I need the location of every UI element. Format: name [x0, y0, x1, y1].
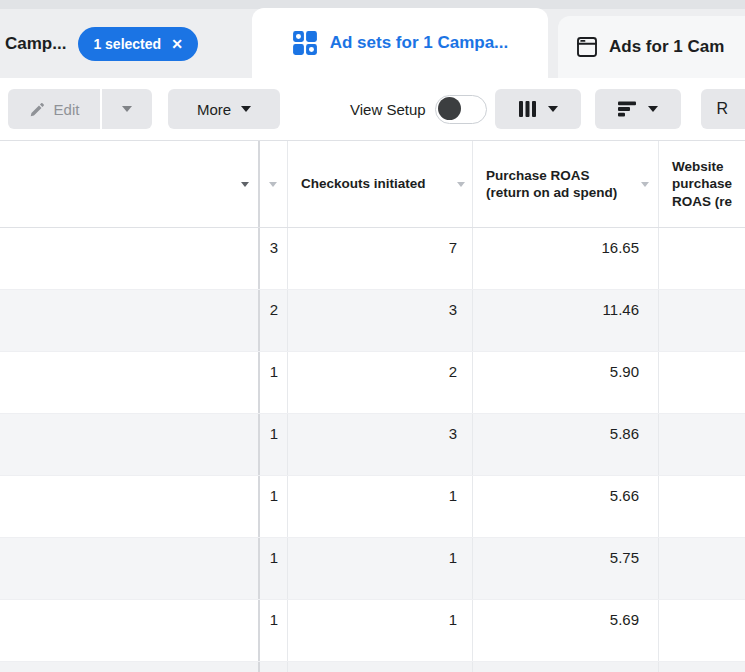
view-setup-toggle[interactable] — [435, 95, 487, 124]
ad-sets-grid-icon — [292, 30, 318, 56]
column-header-truncated[interactable] — [258, 141, 287, 227]
column-header-purchase-roas[interactable]: Purchase ROAS (return on ad spend) — [472, 141, 658, 227]
cell-website-purchase-roas — [658, 476, 745, 537]
cell-purchase-roas: 11.46 — [472, 290, 658, 351]
cell-name — [0, 414, 258, 475]
cell-purchase-roas: 5.66 — [472, 476, 658, 537]
cell-website-purchase-roas — [658, 352, 745, 413]
column-header-label: Website purchase ROAS (re — [659, 158, 745, 211]
table-body: 3 7 16.65 2 3 11.46 1 2 5.90 1 3 5.86 — [0, 228, 745, 672]
cell-purchase-roas: 5.69 — [472, 600, 658, 661]
cell-name — [0, 228, 258, 289]
breakdown-icon — [617, 101, 637, 117]
reports-button[interactable]: R — [701, 89, 745, 129]
caret-down-icon — [122, 106, 132, 112]
tab-strip: Camp... 1 selected ✕ Ad sets for 1 Campa… — [0, 0, 745, 78]
cell-checkouts-initiated: 1 — [287, 600, 472, 661]
cell-name — [0, 476, 258, 537]
tab-ads-label: Ads for 1 Cam — [609, 37, 724, 57]
selected-count-label: 1 selected — [93, 36, 161, 52]
cell-checkouts-initiated: 3 — [287, 290, 472, 351]
table-row[interactable]: 1 1 5.75 — [0, 538, 745, 600]
selected-count-pill[interactable]: 1 selected ✕ — [78, 27, 197, 61]
table-row[interactable]: 3 7 16.65 — [0, 228, 745, 290]
ads-manager-app: Camp... 1 selected ✕ Ad sets for 1 Campa… — [0, 0, 745, 672]
cell-truncated-metric: 1 — [258, 538, 287, 599]
cell-purchase-roas: 16.65 — [472, 228, 658, 289]
cell-checkouts-initiated: 3 — [287, 414, 472, 475]
table-row[interactable]: 1 1 5.66 — [0, 476, 745, 538]
table-row[interactable]: 1 2 5.90 — [0, 352, 745, 414]
reports-button-label: R — [717, 100, 729, 118]
close-icon[interactable]: ✕ — [171, 37, 183, 51]
cell-name — [0, 352, 258, 413]
sort-caret-icon[interactable] — [457, 182, 465, 187]
cell-truncated-metric: 1 — [258, 600, 287, 661]
tab-campaigns[interactable]: Camp... 1 selected ✕ — [0, 14, 198, 74]
more-button[interactable]: More — [168, 89, 280, 129]
tab-ads[interactable]: Ads for 1 Cam — [558, 16, 745, 78]
cell-purchase-roas: 5.90 — [472, 352, 658, 413]
column-header-label: Purchase ROAS (return on ad spend) — [473, 167, 658, 202]
toggle-knob — [438, 97, 461, 120]
breakdown-button[interactable] — [595, 89, 681, 129]
sort-caret-icon[interactable] — [269, 182, 277, 187]
partial-row — [0, 662, 745, 672]
column-header-label: Checkouts initiated — [288, 175, 450, 193]
table-row[interactable]: 1 3 5.86 — [0, 414, 745, 476]
sort-caret-icon[interactable] — [641, 182, 649, 187]
caret-down-icon — [648, 106, 658, 112]
cell-truncated-metric: 1 — [258, 476, 287, 537]
edit-button-label: Edit — [54, 101, 80, 118]
cell-truncated-metric: 1 — [258, 352, 287, 413]
toolbar: Edit More View Setup — [0, 78, 745, 140]
tab-ad-sets[interactable]: Ad sets for 1 Campa... — [252, 8, 548, 78]
edit-dropdown-button[interactable] — [102, 89, 152, 129]
cell-name — [0, 600, 258, 661]
tab-campaigns-label: Camp... — [5, 34, 66, 54]
cell-website-purchase-roas — [658, 600, 745, 661]
more-button-label: More — [197, 101, 231, 118]
column-header-name[interactable] — [0, 141, 258, 227]
pencil-icon — [29, 101, 46, 118]
cell-checkouts-initiated: 7 — [287, 228, 472, 289]
column-header-website-purchase-roas[interactable]: Website purchase ROAS (re — [658, 141, 745, 227]
cell-truncated-metric: 1 — [258, 414, 287, 475]
caret-down-icon — [548, 106, 558, 112]
cell-purchase-roas: 5.86 — [472, 414, 658, 475]
tab-ad-sets-label: Ad sets for 1 Campa... — [330, 33, 509, 53]
ads-window-icon — [575, 35, 599, 59]
cell-website-purchase-roas — [658, 228, 745, 289]
columns-button[interactable] — [495, 89, 581, 129]
edit-button[interactable]: Edit — [8, 89, 100, 129]
view-setup-label: View Setup — [350, 101, 426, 118]
cell-website-purchase-roas — [658, 290, 745, 351]
cell-website-purchase-roas — [658, 538, 745, 599]
cell-name — [0, 538, 258, 599]
table-header: Checkouts initiated Purchase ROAS (retur… — [0, 140, 745, 228]
cell-website-purchase-roas — [658, 414, 745, 475]
table-row[interactable]: 1 1 5.69 — [0, 600, 745, 662]
cell-name — [0, 290, 258, 351]
cell-truncated-metric: 3 — [258, 228, 287, 289]
caret-down-icon — [241, 106, 251, 112]
table-row[interactable]: 2 3 11.46 — [0, 290, 745, 352]
columns-icon — [518, 100, 537, 118]
column-header-checkouts-initiated[interactable]: Checkouts initiated — [287, 141, 472, 227]
cell-checkouts-initiated: 2 — [287, 352, 472, 413]
cell-checkouts-initiated: 1 — [287, 538, 472, 599]
sort-caret-icon[interactable] — [241, 182, 249, 187]
cell-truncated-metric: 2 — [258, 290, 287, 351]
cell-checkouts-initiated: 1 — [287, 476, 472, 537]
cell-purchase-roas: 5.75 — [472, 538, 658, 599]
